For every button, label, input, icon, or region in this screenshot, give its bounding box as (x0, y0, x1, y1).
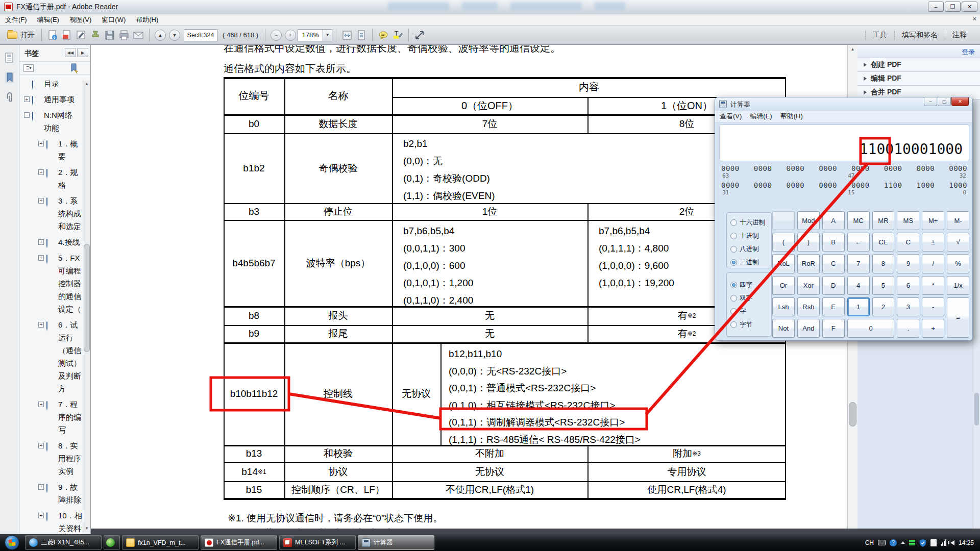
calc-key[interactable]: 1 (847, 297, 870, 316)
taskbar-app-button[interactable]: 三菱FX1N_485... (25, 535, 102, 550)
toolbar-panel-button[interactable]: 注释 (945, 31, 974, 40)
highlight-text-icon[interactable]: T (392, 30, 403, 41)
panel-scroll-thumb[interactable] (974, 393, 979, 425)
bookmark-tree-item[interactable]: 10．相关资料 (19, 508, 83, 532)
radio-icon[interactable] (730, 308, 737, 315)
calc-key[interactable]: 3 (897, 297, 919, 316)
calc-key[interactable]: * (922, 276, 944, 295)
taskbar-app-button[interactable]: FX通信手册.pd... (201, 535, 277, 550)
calc-key[interactable]: Or (772, 276, 795, 295)
help-icon[interactable]: ? (890, 539, 897, 546)
calc-key[interactable]: Rsh (797, 297, 820, 316)
calc-key[interactable]: MS (897, 211, 919, 230)
keyboard-icon[interactable] (878, 540, 886, 545)
calc-key[interactable]: CE (872, 233, 895, 252)
calc-key[interactable]: ← (847, 233, 870, 252)
calc-key[interactable]: Xor (797, 276, 820, 295)
calc-key[interactable]: Not (772, 319, 795, 338)
sign-in-link[interactable]: 登录 (962, 47, 975, 57)
radio-icon[interactable] (730, 321, 737, 328)
zoom-out-button[interactable]: − (271, 30, 282, 41)
bookmark-tree-item[interactable]: 4.接线 (19, 234, 83, 250)
sidebar-scroll-thumb[interactable] (84, 244, 90, 352)
calc-key[interactable]: ) (797, 233, 820, 252)
calc-key[interactable]: √ (947, 233, 969, 252)
page-number-input[interactable]: Sec8:324 (184, 29, 217, 41)
taskbar-app-button[interactable]: fx1n_VFD_m_t... (122, 535, 199, 550)
menu-item[interactable]: 编辑(E) (32, 15, 64, 24)
calc-key[interactable]: . (897, 319, 919, 338)
show-hidden-icons-icon[interactable] (901, 541, 905, 544)
scroll-down-icon[interactable]: ▼ (83, 525, 90, 532)
minimize-button[interactable]: – (928, 2, 944, 12)
calc-key[interactable]: MC (847, 211, 870, 230)
expander-icon[interactable] (38, 198, 44, 204)
bookmarks-panel-icon[interactable] (5, 71, 15, 84)
calc-key[interactable]: B (822, 233, 845, 252)
print-icon[interactable] (118, 30, 130, 41)
bookmark-tree-item[interactable]: 1．概要 (19, 136, 83, 164)
calc-key[interactable]: 0 (847, 319, 895, 338)
bookmark-tree-item[interactable]: N:N网络功能 (19, 107, 83, 136)
taskbar-app-button[interactable]: 计算器 (358, 535, 434, 550)
calc-key[interactable]: % (947, 254, 969, 273)
calc-key[interactable]: 2 (872, 297, 895, 316)
options-menu-icon[interactable]: ☰▾ (23, 64, 34, 72)
expand-panel-button[interactable]: ▶ (77, 48, 88, 57)
calc-key[interactable]: C (897, 233, 919, 252)
radio-icon[interactable] (730, 295, 737, 302)
radio-icon[interactable] (730, 246, 737, 253)
menu-item[interactable]: 窗口(W) (96, 15, 131, 24)
expander-icon[interactable] (38, 322, 44, 328)
bookmark-tree-item[interactable]: 目录 (19, 81, 83, 91)
zoom-level-input[interactable]: 178% (298, 29, 323, 41)
calc-key[interactable]: M+ (922, 211, 944, 230)
calc-key[interactable]: 4 (847, 276, 870, 295)
close-button[interactable]: ✕ (962, 2, 977, 12)
radio-option[interactable]: 二进制 (727, 256, 771, 269)
radio-option[interactable]: 双字 (727, 291, 771, 305)
sidebar-scrollbar[interactable]: ▲ ▼ (83, 81, 90, 532)
previous-page-button[interactable]: ▲ (155, 30, 166, 41)
calc-key[interactable] (772, 211, 795, 230)
calc-key[interactable]: - (922, 297, 944, 316)
radio-option[interactable]: 字 (727, 305, 771, 318)
menu-item[interactable]: 帮助(H) (131, 15, 163, 24)
bookmark-tree-item[interactable]: 2．规格 (19, 164, 83, 193)
language-indicator[interactable]: CH (865, 539, 874, 546)
bookmark-tree-item[interactable]: 7．程序的编写 (19, 396, 83, 438)
attachments-icon[interactable] (5, 92, 15, 104)
menubar-close-icon[interactable]: ✕ (972, 16, 977, 22)
bookmark-tree-item[interactable]: 9．故障排除 (19, 479, 83, 508)
bookmark-tree-item[interactable]: 3．系统构成和选定 (19, 193, 83, 234)
expander-icon[interactable] (38, 402, 44, 407)
calc-minimize-button[interactable]: – (924, 97, 937, 106)
toolbar-panel-button[interactable]: 填写和签名 (894, 31, 945, 40)
calc-key[interactable]: / (922, 254, 944, 273)
panel-scrollbar[interactable] (973, 99, 980, 534)
calc-key[interactable]: = (947, 297, 969, 338)
calc-key[interactable]: 6 (897, 276, 919, 295)
calc-key[interactable]: MR (872, 211, 895, 230)
calc-key[interactable]: ( (772, 233, 795, 252)
menu-item[interactable]: 视图(V) (64, 15, 96, 24)
fullscreen-icon[interactable] (414, 30, 425, 41)
email-icon[interactable] (133, 30, 144, 41)
calc-key[interactable]: Mod (797, 211, 820, 230)
expander-icon[interactable] (24, 96, 30, 102)
toolbar-panel-button[interactable]: 工具 (865, 31, 894, 40)
calc-key[interactable]: Lsh (772, 297, 795, 316)
export-pdf-icon[interactable] (61, 30, 72, 41)
calc-key[interactable]: 7 (847, 254, 870, 273)
next-page-button[interactable]: ▼ (169, 30, 180, 41)
calc-key[interactable]: M- (947, 211, 969, 230)
maximize-button[interactable]: ❐ (945, 2, 961, 12)
tools-panel-item[interactable]: 编辑 PDF (857, 72, 980, 86)
page-thumbnails-icon[interactable] (5, 52, 15, 64)
radio-icon[interactable] (730, 282, 737, 288)
bookmark-tree-item[interactable]: 8．实用程序实例 (19, 438, 83, 479)
calc-close-button[interactable]: ✕ (951, 97, 969, 106)
zoom-in-button[interactable]: ＋ (285, 30, 296, 41)
calc-key[interactable]: F (822, 319, 845, 338)
fit-page-icon[interactable] (356, 30, 367, 41)
